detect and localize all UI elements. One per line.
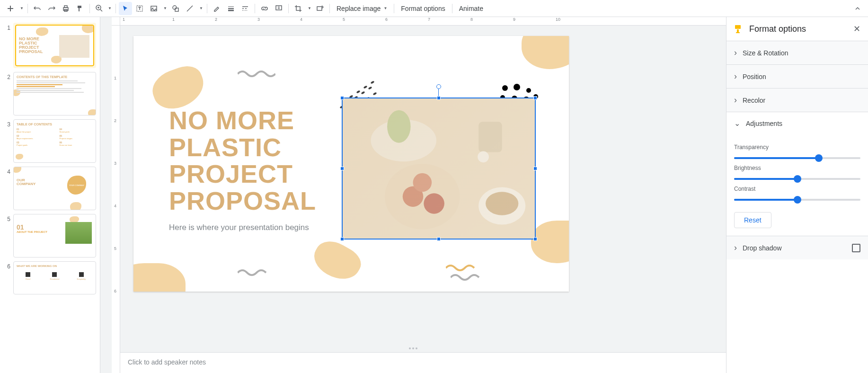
slide-thumbnails-panel: 1 NO MOREPLASTICPROJECTPROPOSAL 2 CONTEN… [0, 17, 100, 373]
animate-button[interactable]: Animate [455, 2, 487, 15]
separator [329, 4, 330, 13]
zoom-button[interactable] [93, 2, 106, 15]
resize-handle-ml[interactable] [340, 167, 344, 170]
speaker-notes[interactable]: Click to add speaker notes [120, 352, 726, 373]
brightness-slider[interactable] [734, 178, 860, 180]
slide-thumbnail[interactable]: OURCOMPANY YOUR COMPANY [13, 167, 96, 210]
section-drop-shadow[interactable]: › Drop shadow [726, 236, 868, 259]
svg-point-40 [424, 193, 444, 213]
transparency-label: Transparency [734, 144, 860, 151]
thumb-title: TABLE OF CONTENTS [17, 123, 93, 126]
decoration-blob [531, 221, 569, 263]
new-slide-button[interactable] [4, 2, 17, 15]
vertical-ruler[interactable]: 1 2 3 4 5 6 [112, 26, 120, 373]
resize-handle-br[interactable] [533, 237, 537, 241]
thumb-number: 6 [4, 261, 10, 294]
separator [394, 4, 394, 13]
collapse-toolbar-button[interactable] [851, 2, 864, 15]
border-dash-button[interactable] [239, 2, 252, 15]
svg-rect-42 [478, 122, 502, 152]
resize-handle-tm[interactable] [437, 96, 441, 100]
image-dropdown[interactable]: ▼ [161, 2, 168, 15]
chevron-right-icon: › [734, 95, 737, 105]
section-size-rotation[interactable]: › Size & Rotation [726, 41, 868, 64]
resize-handle-bl[interactable] [340, 237, 344, 241]
separator [255, 4, 255, 13]
drop-shadow-checkbox[interactable] [852, 244, 860, 252]
chevron-right-icon: › [734, 48, 737, 58]
slide-title: NO MORE PLASTIC PROJECT PROPOSAL [169, 107, 316, 214]
link-button[interactable] [258, 2, 271, 15]
slide-thumbnail[interactable]: WHAT WE ARE WORKING ON Retail Residentia… [13, 261, 96, 294]
decoration-blob [308, 235, 366, 287]
format-options-icon [734, 24, 744, 34]
crop-button[interactable] [292, 2, 305, 15]
section-recolor[interactable]: › Recolor [726, 89, 868, 112]
separator [452, 4, 452, 13]
decoration-squiggle [238, 69, 275, 79]
select-tool[interactable] [119, 2, 132, 15]
resize-handle-mr[interactable] [533, 167, 537, 170]
panel-title: Format options [749, 24, 848, 34]
resize-handle-bm[interactable] [437, 237, 441, 241]
paint-format-button[interactable] [73, 2, 87, 15]
svg-point-28 [526, 88, 531, 93]
toolbar: ▼ ▼ ▼ ▼ ▼ Replace image▼ Format options … [0, 0, 868, 17]
thumb-number: 2 [4, 72, 10, 115]
slide-thumbnail[interactable]: 01 ABOUT THE PROJECT [13, 214, 96, 258]
slide-thumbnail[interactable]: TABLE OF CONTENTS 01 About the project 0… [13, 119, 96, 163]
resize-handle-tl[interactable] [340, 96, 344, 100]
svg-point-23 [356, 90, 361, 93]
rotation-handle[interactable] [436, 84, 441, 89]
contrast-slider[interactable] [734, 199, 860, 201]
horizontal-ruler[interactable]: 1 1 2 3 4 5 6 7 8 9 10 [120, 17, 726, 26]
border-color-button[interactable] [210, 2, 223, 15]
redo-button[interactable] [45, 2, 58, 15]
replace-image-button[interactable]: Replace image▼ [333, 2, 391, 15]
crop-dropdown[interactable]: ▼ [306, 2, 312, 15]
decoration-squiggle [446, 263, 479, 273]
slide-thumbnail[interactable]: NO MOREPLASTICPROJECTPROPOSAL [15, 25, 94, 66]
zoom-dropdown[interactable]: ▼ [106, 2, 113, 15]
transparency-slider[interactable] [734, 157, 860, 159]
separator [115, 4, 116, 13]
notes-resize-handle[interactable] [409, 347, 417, 349]
textbox-tool[interactable] [133, 2, 146, 15]
ruler-corner [112, 17, 120, 26]
svg-rect-8 [175, 8, 178, 11]
reset-image-button[interactable] [313, 2, 327, 15]
print-button[interactable] [59, 2, 72, 15]
svg-point-26 [502, 85, 508, 91]
section-adjustments[interactable]: ⌄ Adjustments [726, 112, 868, 134]
svg-point-24 [363, 85, 368, 89]
close-panel-button[interactable]: ✕ [853, 24, 860, 34]
image-tool[interactable] [147, 2, 160, 15]
border-weight-button[interactable] [224, 2, 238, 15]
shape-tool[interactable] [169, 2, 182, 15]
chevron-right-icon: › [734, 71, 737, 81]
undo-button[interactable] [31, 2, 44, 15]
decoration-squiggle [451, 273, 484, 282]
slide-subtitle: Here is where your presentation begins [169, 223, 309, 232]
line-dropdown[interactable]: ▼ [197, 2, 204, 15]
svg-rect-47 [737, 29, 739, 32]
reset-button[interactable]: Reset [734, 212, 771, 228]
svg-point-20 [373, 92, 377, 95]
contrast-label: Contrast [734, 186, 860, 192]
selected-image[interactable] [342, 98, 536, 240]
thumb-number: 4 [4, 167, 10, 210]
line-tool[interactable] [183, 2, 196, 15]
slide-canvas[interactable]: NO MORE PLASTIC PROJECT PROPOSAL Here is… [133, 36, 569, 292]
slide-thumbnail[interactable]: CONTENTS OF THIS TEMPLATE [13, 72, 96, 115]
comment-button[interactable] [272, 2, 285, 15]
svg-point-37 [387, 110, 411, 143]
resize-handle-tr[interactable] [533, 96, 537, 100]
thumb-title: WHAT WE ARE WORKING ON [17, 265, 93, 267]
thumb-title: CONTENTS OF THIS TEMPLATE [17, 75, 93, 79]
new-slide-dropdown[interactable]: ▼ [18, 2, 25, 15]
thumb-number: 3 [4, 119, 10, 163]
svg-point-43 [478, 151, 489, 162]
separator [207, 4, 207, 13]
format-options-button[interactable]: Format options [397, 2, 449, 15]
section-position[interactable]: › Position [726, 65, 868, 88]
